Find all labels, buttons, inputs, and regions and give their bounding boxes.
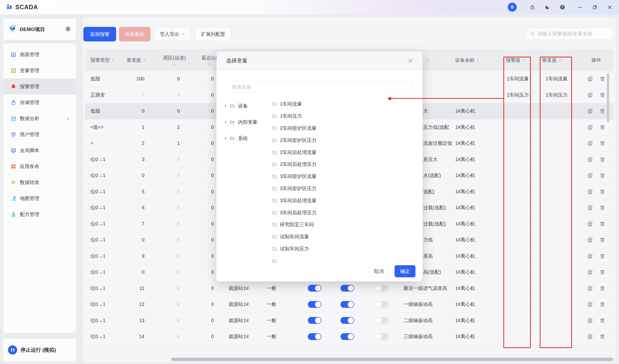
sort-caret-icon[interactable]	[559, 58, 561, 62]
sort-caret-icon[interactable]	[143, 58, 146, 62]
variable-list-item[interactable]: 3车间后处理压力	[272, 207, 417, 219]
copy-icon[interactable]	[587, 76, 593, 82]
table-row[interactable]: 位0→11400能源站1#一般三级轴振动高1#离心机	[85, 329, 613, 345]
sort-caret-icon[interactable]	[522, 58, 525, 62]
copy-icon[interactable]	[587, 237, 593, 243]
copy-icon[interactable]	[587, 92, 593, 98]
toggle-switch[interactable]	[308, 317, 321, 324]
variable-list-item[interactable]: 研究院至三车间	[272, 219, 417, 231]
variable-list-item[interactable]: 试制车间压力	[272, 243, 417, 255]
delete-icon[interactable]	[599, 156, 605, 162]
copy-icon[interactable]	[587, 205, 593, 211]
user-badge[interactable]: 微	[508, 3, 517, 12]
sort-caret-icon[interactable]	[173, 62, 176, 66]
delete-icon[interactable]	[599, 76, 605, 82]
sidebar-item-screen[interactable]: 画面管理	[3, 46, 76, 63]
tree-expand-arrow-icon[interactable]	[224, 121, 227, 124]
run-status-card[interactable]: 停止运行 (模拟)	[3, 338, 76, 361]
delete-icon[interactable]	[599, 189, 605, 195]
sidebar-item-forward[interactable]: 数据转发	[3, 174, 76, 190]
column-header[interactable]: 死区(误差)	[157, 49, 192, 71]
variable-search-input[interactable]	[226, 81, 413, 93]
horizontal-scrollbar[interactable]	[171, 358, 613, 361]
tree-node[interactable]: 内部变量	[216, 114, 267, 130]
add-alarm-button[interactable]: 添加报警	[83, 27, 116, 41]
toggle-switch[interactable]	[308, 333, 321, 340]
copy-icon[interactable]	[587, 317, 593, 324]
delete-icon[interactable]	[599, 269, 605, 275]
table-row[interactable]: 位0→11300能源站1#一般二级轴振动高1#离心机	[85, 313, 613, 329]
toggle-switch[interactable]	[375, 301, 389, 308]
copy-icon[interactable]	[587, 108, 593, 114]
copy-icon[interactable]	[587, 221, 593, 227]
variable-list-item[interactable]: 2车间窑炉区流量	[272, 122, 417, 135]
lock-icon[interactable]	[529, 4, 535, 10]
sidebar-item-map[interactable]: 地图管理	[3, 190, 76, 206]
column-header[interactable]: 报警类型	[85, 49, 122, 71]
copy-icon[interactable]	[587, 140, 593, 147]
table-row[interactable]: 位0→11200能源站1#一般一级轴振动高1#离心机	[85, 297, 613, 313]
sort-caret-icon[interactable]	[112, 58, 114, 62]
variable-list-item[interactable]: 2车间后处理压力	[272, 158, 417, 171]
variable-list-item[interactable]: 3车间后处理流量	[272, 194, 417, 207]
delete-icon[interactable]	[599, 205, 605, 211]
toggle-switch[interactable]	[308, 301, 321, 308]
variable-list-item[interactable]: 3车间窑炉区流量	[272, 171, 417, 183]
sidebar-item-user[interactable]: 用户管理	[3, 126, 76, 142]
variable-list-item[interactable]	[272, 255, 417, 263]
toggle-switch[interactable]	[340, 301, 354, 308]
import-export-button[interactable]: 导入导出	[154, 27, 191, 41]
column-header[interactable]: 基准值	[122, 49, 157, 71]
variable-list-item[interactable]: 3车间窑炉区压力	[272, 183, 417, 195]
variable-list-item[interactable]: 1车间流量	[272, 98, 417, 110]
extend-columns-button[interactable]: 扩展列配置	[195, 27, 231, 41]
project-settings-gear-icon[interactable]	[65, 26, 71, 33]
sort-caret-icon[interactable]	[208, 62, 211, 66]
toggle-switch[interactable]	[340, 317, 354, 324]
delete-icon[interactable]	[599, 334, 605, 340]
column-header[interactable]: 恢复值	[534, 49, 579, 71]
toggle-switch[interactable]	[340, 285, 354, 292]
delete-icon[interactable]	[599, 108, 605, 114]
toggle-switch[interactable]	[375, 285, 389, 292]
copy-icon[interactable]	[587, 253, 593, 259]
toggle-switch[interactable]	[308, 285, 321, 292]
toggle-switch[interactable]	[375, 317, 389, 324]
delete-icon[interactable]	[599, 301, 605, 308]
delete-icon[interactable]	[599, 317, 605, 324]
maximize-restore-icon[interactable]	[592, 4, 598, 10]
minimize-icon[interactable]	[577, 4, 583, 10]
delete-icon[interactable]	[599, 285, 605, 291]
search-input[interactable]	[537, 31, 610, 37]
copy-icon[interactable]	[587, 301, 593, 308]
delete-icon[interactable]	[599, 173, 605, 179]
help-icon[interactable]: ?	[559, 4, 565, 10]
modal-close-icon[interactable]	[407, 57, 414, 64]
sidebar-item-analysis[interactable]: 数据分析	[3, 110, 76, 126]
sidebar-item-recipe[interactable]: 配方管理	[3, 206, 76, 222]
sidebar-item-storage[interactable]: 存储管理	[3, 94, 76, 110]
dark-mode-moon-icon[interactable]	[544, 4, 550, 10]
copy-icon[interactable]	[587, 156, 593, 162]
variable-list-item[interactable]: 2车间窑炉区压力	[272, 134, 417, 146]
toggle-switch[interactable]	[375, 333, 389, 340]
tree-expand-arrow-icon[interactable]	[224, 104, 227, 108]
variable-list-item[interactable]: 试制车间流量	[272, 231, 417, 243]
delete-icon[interactable]	[599, 140, 605, 147]
sidebar-item-publish[interactable]: 应用发布	[3, 158, 76, 174]
column-header[interactable]: 设备名称	[453, 49, 502, 71]
copy-icon[interactable]	[587, 334, 593, 340]
tree-node[interactable]: 设备	[216, 98, 267, 114]
copy-icon[interactable]	[587, 124, 593, 130]
copy-icon[interactable]	[587, 189, 593, 195]
copy-icon[interactable]	[587, 173, 593, 179]
tree-expand-arrow-icon[interactable]	[224, 137, 227, 140]
copy-icon[interactable]	[587, 269, 593, 275]
variable-list-item[interactable]: 2车间后处理流量	[272, 146, 417, 158]
copy-icon[interactable]	[587, 285, 593, 291]
delete-icon[interactable]	[599, 124, 605, 130]
sort-caret-icon[interactable]	[426, 58, 428, 62]
sort-caret-icon[interactable]	[477, 58, 479, 62]
cancel-button[interactable]: 取消	[369, 265, 389, 277]
table-row[interactable]: 位0→11100能源站1#一般最后一级进气温度高1#离心机	[85, 281, 613, 297]
